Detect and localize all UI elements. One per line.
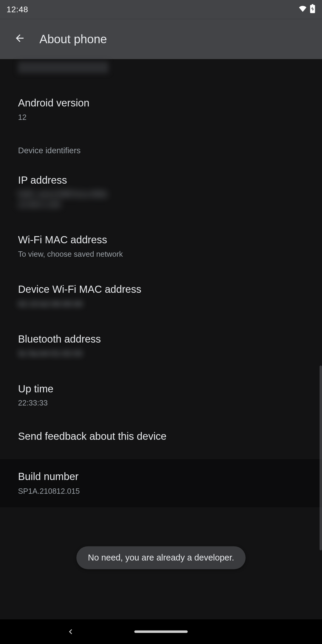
row-value: To view, choose saved network [18,249,304,259]
back-button[interactable] [10,29,30,49]
scrollbar-thumb[interactable] [320,366,322,550]
row-value: 22:33:33 [18,398,304,408]
status-bar: 12:48 [0,0,322,19]
status-time: 12:48 [7,5,28,14]
row-title: Android version [18,96,304,110]
status-icons [298,4,315,15]
uptime-row[interactable]: Up time 22:33:33 [0,368,322,417]
build-number-row[interactable]: Build number SP1A.210812.015 [0,459,322,507]
redacted-value: fe80::a4cd:89ff:fe1e:8f4b [18,190,107,200]
ip-address-row[interactable]: IP address fe80::a4cd:89ff:fe1e:8f4b 10.… [0,161,322,219]
redacted-value: 10.88.0.106 [18,200,61,210]
list-item-partial [0,59,322,77]
android-version-row[interactable]: Android version 12 [0,77,322,132]
nav-home-pill[interactable] [134,631,188,633]
device-wifi-mac-row[interactable]: Device Wi-Fi MAC address 02:15:b2:00:00:… [0,269,322,318]
redacted-value: 02:15:b2:00:00:00 [18,299,83,309]
row-title: IP address [18,173,304,187]
row-value: fe80::a4cd:89ff:fe1e:8f4b 10.88.0.106 [18,190,304,210]
app-bar: About phone [0,19,322,59]
toast: No need, you are already a developer. [76,546,246,569]
bluetooth-address-row[interactable]: Bluetooth address 3c:5a:b4:01:02:03 [0,318,322,368]
nav-back-button[interactable] [66,627,75,637]
row-title: Device Wi-Fi MAC address [18,283,304,296]
wifi-icon [298,5,307,14]
row-title: Bluetooth address [18,332,304,346]
page-title: About phone [39,32,107,46]
row-value: 02:15:b2:00:00:00 [18,299,304,309]
row-value: 3c:5a:b4:01:02:03 [18,349,304,359]
row-title: Build number [18,470,304,484]
battery-charging-icon [310,4,315,15]
redacted-value [18,62,109,73]
system-nav-bar [0,619,322,644]
arrow-left-icon [14,32,26,46]
row-value: 12 [18,112,304,123]
section-header-device-identifiers: Device identifiers [0,132,322,161]
send-feedback-row[interactable]: Send feedback about this device [0,417,322,456]
row-value: SP1A.210812.015 [18,486,304,496]
row-title: Wi-Fi MAC address [18,233,304,247]
row-title: Up time [18,382,304,396]
redacted-value: 3c:5a:b4:01:02:03 [18,349,83,359]
settings-list[interactable]: Android version 12 Device identifiers IP… [0,59,322,507]
row-title: Send feedback about this device [18,430,304,443]
chevron-left-icon [66,631,75,638]
wifi-mac-row[interactable]: Wi-Fi MAC address To view, choose saved … [0,219,322,269]
